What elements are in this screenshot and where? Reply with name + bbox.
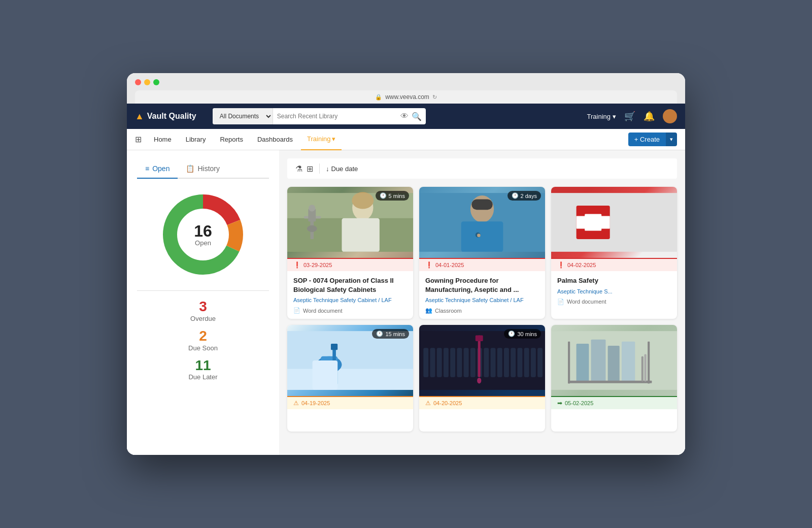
- overdue-icon: ❗: [293, 261, 301, 269]
- training-label: Training: [587, 113, 611, 120]
- card-1-image: 🕐 5 mins: [287, 187, 413, 258]
- svg-rect-63: [568, 342, 570, 384]
- cart-icon[interactable]: 🛒: [624, 111, 635, 122]
- overdue-label: Overdue: [137, 315, 269, 322]
- card-2-time-badge: 🕐 2 days: [507, 191, 541, 201]
- svg-rect-56: [419, 331, 545, 390]
- warning-icon: ⚠: [425, 400, 431, 407]
- dot-green[interactable]: [153, 79, 159, 85]
- top-nav: ▲ Vault Quality All Documents 👁 🔍 Traini…: [127, 104, 685, 129]
- create-button[interactable]: + Create: [628, 133, 666, 146]
- card-3-body: Palma Safety Aseptic Technique S... 📄 Wo…: [551, 271, 677, 310]
- card-4-image: 🕐 15 mins: [287, 325, 413, 396]
- card-5[interactable]: 🕐 30 mins ⚠ 04-20-2025: [419, 325, 545, 432]
- search-input[interactable]: [273, 113, 396, 120]
- browser-url-bar: 🔒 www.veeva.com ↻: [135, 90, 677, 104]
- card-4-body: [287, 409, 413, 432]
- card-2[interactable]: 🕐 2 days ❗ 04-01-2025 Gowning Procedure …: [419, 187, 545, 319]
- card-6[interactable]: ➡ 05-02-2025: [551, 325, 677, 432]
- card-6-date-bar: ➡ 05-02-2025: [551, 396, 677, 409]
- card-1-date-bar: ❗ 03-29-2025: [287, 258, 413, 271]
- card-2-title: Gowning Procedure for Manufacturing, Ase…: [425, 276, 539, 294]
- left-sidebar: ≡ Open 📋 History: [127, 150, 279, 455]
- bell-icon[interactable]: 🔔: [644, 111, 655, 122]
- card-3-type: 📄 Word document: [557, 299, 671, 305]
- stat-overdue: 3 Overdue: [137, 299, 269, 322]
- nav-dashboards[interactable]: Dashboards: [251, 129, 299, 150]
- browser-window: 🔒 www.veeva.com ↻ ▲ Vault Quality All Do…: [127, 73, 685, 455]
- card-2-date: 04-01-2025: [435, 262, 464, 268]
- donut-label: Open: [194, 239, 212, 247]
- card-1[interactable]: 🕐 5 mins ❗ 03-29-2025 SOP - 0074 Operati…: [287, 187, 413, 319]
- toolbar-divider: [319, 163, 320, 174]
- dot-yellow[interactable]: [144, 79, 150, 85]
- search-bar: All Documents 👁 🔍: [213, 108, 426, 124]
- card-6-title: [557, 414, 671, 423]
- card-4-date: 04-19-2025: [301, 400, 330, 406]
- chevron-down-icon: ▾: [613, 113, 616, 120]
- nav-home[interactable]: Home: [148, 129, 178, 150]
- tab-history[interactable]: 📋 History: [178, 160, 228, 179]
- card-5-image: 🕐 30 mins: [419, 325, 545, 396]
- sort-arrow-icon: ↓: [326, 165, 329, 173]
- reload-icon[interactable]: ↻: [432, 94, 437, 101]
- filter-icon[interactable]: ⚗: [295, 164, 302, 174]
- card-5-time-badge: 🕐 30 mins: [504, 329, 541, 339]
- lock-icon: 🔒: [375, 94, 382, 101]
- nav-library[interactable]: Library: [180, 129, 212, 150]
- grid-view-icon[interactable]: ⊞: [307, 164, 313, 174]
- card-3-category[interactable]: Aseptic Technique S...: [557, 288, 671, 294]
- secondary-nav: ⊞ Home Library Reports Dashboards Traini…: [127, 129, 685, 150]
- card-2-category[interactable]: Aseptic Technique Safety Cabinet / LAF: [425, 297, 539, 303]
- view-tabs: ≡ Open 📋 History: [137, 160, 269, 179]
- card-6-body: [551, 409, 677, 432]
- nav-training[interactable]: Training ▾: [301, 129, 341, 150]
- card-1-body: SOP - 0074 Operation of Class II Biologi…: [287, 271, 413, 319]
- due-later-label: Due Later: [137, 373, 269, 381]
- card-3[interactable]: ❗ 04-02-2025 Palma Safety Aseptic Techni…: [551, 187, 677, 319]
- svg-rect-24: [577, 216, 610, 229]
- card-6-illustration: [551, 325, 677, 396]
- card-4-date-bar: ⚠ 04-19-2025: [287, 396, 413, 409]
- card-6-image: [551, 325, 677, 396]
- svg-rect-66: [645, 354, 647, 382]
- card-1-time-badge: 🕐 5 mins: [376, 191, 409, 201]
- tab-open[interactable]: ≡ Open: [137, 160, 178, 179]
- grid-apps-icon[interactable]: ⊞: [135, 135, 142, 144]
- card-5-date: 04-20-2025: [433, 400, 462, 406]
- avatar[interactable]: [663, 109, 677, 123]
- card-1-category[interactable]: Aseptic Technique Safety Cabinet / LAF: [293, 297, 407, 303]
- card-4[interactable]: 🕐 15 mins ⚠ 04-19-2025: [287, 325, 413, 432]
- due-later-number: 11: [137, 358, 269, 374]
- create-btn-group: + Create ▾: [628, 133, 677, 146]
- browser-dots: [135, 79, 677, 85]
- card-3-title: Palma Safety: [557, 276, 671, 285]
- create-dropdown-button[interactable]: ▾: [666, 133, 677, 146]
- cards-grid: 🕐 5 mins ❗ 03-29-2025 SOP - 0074 Operati…: [287, 187, 677, 432]
- logo[interactable]: ▲ Vault Quality: [135, 111, 196, 122]
- card-5-date-bar: ⚠ 04-20-2025: [419, 396, 545, 409]
- svg-rect-59: [591, 340, 606, 382]
- svg-rect-64: [648, 342, 650, 384]
- doc-icon: 📄: [557, 299, 564, 305]
- stat-due-later: 11 Due Later: [137, 358, 269, 381]
- content-area: ≡ Open 📋 History: [127, 150, 685, 455]
- card-5-body: [419, 409, 545, 432]
- training-nav-btn[interactable]: Training ▾: [587, 113, 616, 120]
- divider-1: [137, 290, 269, 291]
- search-icons: 👁 🔍: [396, 112, 426, 121]
- dot-red[interactable]: [135, 79, 141, 85]
- search-icon[interactable]: 🔍: [412, 112, 422, 121]
- card-2-image: 🕐 2 days: [419, 187, 545, 258]
- preview-icon[interactable]: 👁: [400, 112, 409, 121]
- stat-due-soon: 2 Due Soon: [137, 328, 269, 352]
- search-select[interactable]: All Documents: [213, 108, 273, 124]
- logo-icon: ▲: [135, 111, 144, 122]
- sort-btn[interactable]: ↓ Due date: [326, 165, 358, 173]
- svg-rect-21: [551, 193, 677, 252]
- card-3-image: [551, 187, 677, 258]
- clock-icon: 🕐: [380, 192, 387, 199]
- list-icon: ≡: [145, 164, 149, 173]
- card-2-type: 👥 Classroom: [425, 307, 539, 314]
- nav-reports[interactable]: Reports: [214, 129, 249, 150]
